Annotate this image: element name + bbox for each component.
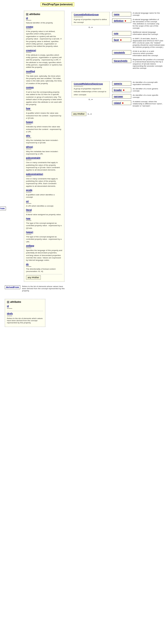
- elem-hierarchyinfo-box: hierarchyInfo: [112, 58, 131, 63]
- attr-literal: literal •••••••• A literal value assigne…: [26, 209, 62, 216]
- elem-facet-dots: ◆: [120, 39, 122, 41]
- attr-creatoruri-dots: ••••••••: [26, 52, 62, 54]
- attr-type-name: type: [26, 217, 62, 220]
- derived-from-desc-row: derivedFrom Refers to the list of elemen…: [5, 285, 166, 292]
- attr-pubconstraint: pubconstraint •••••••• One or many const…: [26, 157, 62, 171]
- attr-custom: custom •••••••• If set to true the corre…: [26, 86, 62, 106]
- right-elements-group2: sameAs An identifier of a concept with e…: [112, 81, 166, 107]
- elem-remoteinfo-label: remoteInfo: [114, 51, 125, 54]
- attr-type: type •••••••• The type of the concept as…: [26, 217, 62, 230]
- elem-definition-box: definition ◆: [112, 18, 131, 23]
- concept-rel-group-desc: A group of properties required to indica…: [74, 88, 106, 96]
- attr-how-desc: A qualifier which means the value was ex…: [26, 112, 62, 120]
- attr-pubconstraint-desc: One or many constraints that apply to pu…: [26, 162, 62, 172]
- elem-name-row: name A natural language name for the con…: [112, 12, 166, 16]
- any-other-label: any ##other: [26, 275, 41, 280]
- elem-definition-dots: ◆: [124, 20, 126, 22]
- attr-custom-name: custom: [26, 86, 62, 88]
- derived-from-section: derivedFrom: [0, 206, 6, 210]
- elem-broader-box: broader ◆: [112, 88, 131, 92]
- bottom-attr-id-name: id: [7, 305, 9, 307]
- elem-related-dots: ◆: [122, 102, 124, 104]
- elem-sameas-label: sameAs: [114, 82, 122, 85]
- attr-whyuri-desc: Why the metadata has been included - exp…: [26, 150, 62, 156]
- attr-xmllang-name: xmllang: [26, 244, 62, 247]
- attr-modified-desc: The date (and, optionally, the time) whe…: [26, 75, 62, 85]
- attr-dir-name: dir: [26, 263, 62, 266]
- any-other-ext-mult: 0...∞: [88, 113, 92, 115]
- bottom-attributes-label: attributes: [10, 301, 21, 303]
- attr-literal-desc: A literal value assigned as property val…: [26, 214, 62, 216]
- attr-howuri-name: howuri: [26, 121, 62, 123]
- elem-remoteinfo-row: remoteInfo A link to an item or a web re…: [112, 50, 166, 56]
- attr-pubconstraint-name: pubconstraint: [26, 157, 62, 159]
- derived-from-label-box: derivedFrom: [5, 285, 20, 289]
- attr-uri-dots: ••••••••: [26, 202, 62, 205]
- attr-creator-name: creator: [26, 26, 62, 28]
- attr-xmllang-dots: ••••••••: [26, 247, 62, 249]
- attr-modified-dots: ••••••••: [26, 72, 62, 75]
- attributes-label: attributes: [29, 13, 40, 16]
- attr-creator-desc: If the property value is not defined, sp…: [26, 30, 62, 48]
- attr-typeuri-desc: The type of the concept assigned as cont…: [26, 236, 62, 243]
- attr-creatoruri: creatoruri •••••••• If the attribute is …: [26, 49, 62, 69]
- bottom-attr-idrefs: idrefs •••••••• Refers to the ids of ele…: [7, 312, 43, 324]
- attr-qcode-desc: A qualified code which identifies a conc…: [26, 194, 62, 199]
- derived-from-desc-text: Refers to the list of elements whose val…: [22, 285, 65, 292]
- attr-qcode-dots: ••••••••: [26, 191, 62, 194]
- concept-rel-left: ConceptRelationshipsGroup ••••••••••••••…: [72, 81, 110, 100]
- attr-literal-name: literal: [26, 209, 62, 211]
- attr-custom-dots: ••••••••: [26, 88, 62, 91]
- attr-typeuri: typeuri •••••••• The type of the concept…: [26, 231, 62, 243]
- derived-from-name: derivedFrom: [0, 207, 5, 210]
- concept-definition-group-box: ConceptDefinitionGroup •••••••••••••• A …: [72, 12, 110, 25]
- elem-remoteinfo-desc: A link to an item or a web resource whic…: [133, 50, 161, 56]
- elem-note-box: note: [112, 31, 131, 36]
- elem-name-box: name: [112, 12, 131, 16]
- elem-definition-desc: A natural language definition of the sem…: [133, 18, 161, 29]
- elem-note-desc: Additional natural language information …: [133, 31, 161, 35]
- attr-type-desc: The type of the concept assigned as cont…: [26, 222, 62, 230]
- attr-custom-desc: If set to true the corresponding propert…: [26, 91, 62, 106]
- concept-def-left: ConceptDefinitionGroup •••••••••••••• A …: [72, 12, 110, 28]
- attr-dir-dots: ••••••••: [26, 266, 62, 268]
- elem-sameas-box: sameAs: [112, 81, 131, 86]
- attr-pubconstrainturi: pubconstrainturi •••••••• One or many co…: [26, 173, 62, 188]
- attr-id-dots: ••••••••: [26, 19, 62, 22]
- attr-creator: creator •••••••• If the property value i…: [26, 26, 62, 48]
- elem-narrower-label: narrower: [114, 95, 123, 98]
- attr-why: why •••••••• Why the metadata has been i…: [26, 134, 62, 144]
- attr-pubconstrainturi-dots: ••••••••: [26, 175, 62, 178]
- attr-why-desc: Why the metadata has been included - exp…: [26, 139, 62, 144]
- attr-whyuri: whyuri •••••••• Why the metadata has bee…: [26, 146, 62, 156]
- elem-facet-row: facet ◆ In NAR 1.8 and later, facet is d…: [112, 38, 166, 48]
- elem-narrower-row: narrower An identifier of a more specifi…: [112, 94, 166, 98]
- attr-howuri-desc: Indicates by which means the value was e…: [26, 126, 62, 133]
- elem-remoteinfo-box: remoteInfo: [112, 50, 131, 55]
- right-panel: ConceptDefinitionGroup •••••••••••••• A …: [72, 12, 166, 116]
- attr-xmllang-desc: Specifies the language of this property …: [26, 249, 62, 262]
- elem-name-desc: A natural language name for the concept.: [133, 12, 161, 16]
- bottom-section: attributes id •••••••• idrefs •••••••• R…: [5, 299, 166, 327]
- attr-how: how •••••••• A qualifier which means the…: [26, 107, 62, 120]
- attr-id-desc: Natural identifier of the property.: [26, 22, 62, 24]
- concept-relationships-group-box: ConceptRelationshipsGroup ••••••••••••••…: [72, 81, 110, 98]
- attr-qcode: qcode •••••••• A qualified code which id…: [26, 189, 62, 199]
- elem-related-desc: A related concept, where the relationshi…: [133, 100, 166, 107]
- elem-broader-label: broader: [114, 89, 122, 91]
- attr-pubconstrainturi-name: pubconstrainturi: [26, 173, 62, 175]
- right-elements-group1: name A natural language name for the con…: [112, 12, 166, 69]
- concept-rel-group-dots: ••••••••••••••: [74, 85, 108, 87]
- bottom-attr-idrefs-name: idrefs: [7, 312, 13, 315]
- elem-related-box: related ◆: [112, 100, 131, 105]
- elem-broader-dots: ◆: [123, 89, 124, 91]
- attr-pubconstraint-dots: ••••••••: [26, 159, 62, 161]
- concept-rel-row: ConceptRelationshipsGroup ••••••••••••••…: [72, 81, 166, 107]
- elem-narrower-desc: An identifier of a more specific concept…: [133, 94, 166, 98]
- concept-def-group-desc: A group of properties required to define…: [74, 18, 107, 24]
- bottom-attr-id: id ••••••••: [7, 305, 43, 310]
- elem-note-label: note: [114, 32, 118, 34]
- attr-typeuri-name: typeuri: [26, 231, 62, 233]
- attr-creatoruri-name: creatoruri: [26, 49, 62, 52]
- elem-facet-label: facet: [114, 39, 119, 41]
